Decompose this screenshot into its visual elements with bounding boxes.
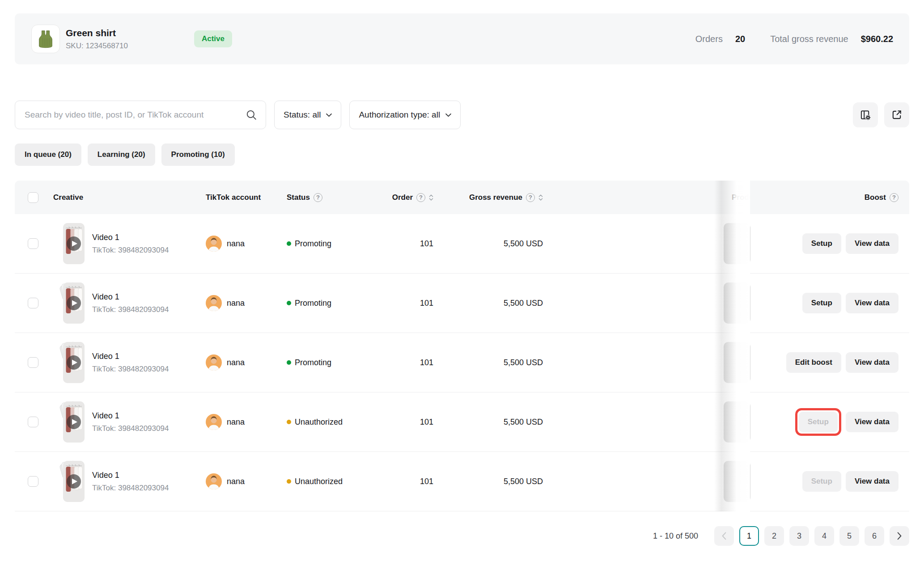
cell-order: 101	[377, 214, 438, 273]
video-tiktok-id: TikTok: 398482093094	[92, 305, 169, 314]
next-page-button[interactable]	[890, 526, 909, 546]
page-button-2[interactable]: 2	[764, 526, 784, 546]
status-dot	[287, 479, 291, 484]
setup-button[interactable]: Setup	[802, 233, 841, 254]
cell-gross-revenue: 5,500 USD	[438, 214, 547, 273]
account-avatar	[206, 236, 222, 252]
previous-page-button	[714, 526, 734, 546]
orders-stat: Orders 20	[695, 34, 745, 44]
edit-boost-button[interactable]: Edit boost	[786, 352, 841, 373]
cell-tiktok-account: nana	[206, 392, 287, 451]
cell-select	[15, 274, 53, 333]
sort-icon	[538, 194, 543, 202]
cell-status: Unauthorized	[287, 392, 377, 451]
status-label: Promoting	[295, 358, 331, 367]
row-checkbox[interactable]	[28, 357, 38, 368]
tab-in-queue[interactable]: In queue (20)	[15, 143, 81, 166]
play-icon	[66, 355, 81, 370]
video-text: Video 1 TikTok: 398482093094	[92, 352, 169, 374]
tab-learning[interactable]: Learning (20)	[88, 143, 155, 166]
view-data-button[interactable]: View data	[846, 233, 899, 254]
table-body: Video 1 TikTok: 398482093094 nana Promot…	[15, 214, 909, 511]
account-name: nana	[227, 477, 245, 486]
video-thumbnail-stack	[63, 282, 85, 324]
table-row: Video 1 TikTok: 398482093094 nana Promot…	[15, 214, 909, 274]
gross-revenue-value: $960.22	[861, 34, 893, 44]
cell-gross-revenue: 5,500 USD	[438, 274, 547, 333]
play-icon	[66, 295, 81, 311]
video-thumbnail[interactable]	[63, 461, 85, 502]
page-button-6[interactable]: 6	[865, 526, 884, 546]
video-thumbnail[interactable]	[63, 401, 85, 443]
column-label-creative: Creative	[53, 193, 83, 202]
cell-select	[15, 392, 53, 451]
cell-creative: Video 1 TikTok: 398482093094	[53, 333, 206, 392]
play-icon	[66, 414, 81, 430]
page-button-4[interactable]: 4	[814, 526, 834, 546]
cell-order: 101	[377, 333, 438, 392]
status-dot	[287, 241, 291, 246]
page-button-3[interactable]: 3	[789, 526, 809, 546]
video-text: Video 1 TikTok: 398482093094	[92, 411, 169, 433]
select-all-checkbox[interactable]	[28, 192, 38, 203]
page-button-5[interactable]: 5	[839, 526, 859, 546]
cell-order: 101	[377, 274, 438, 333]
search-input[interactable]	[15, 101, 266, 129]
header-cell-select	[15, 181, 53, 214]
chevron-left-icon	[721, 532, 727, 540]
view-data-button[interactable]: View data	[846, 412, 899, 432]
video-thumbnail[interactable]	[63, 282, 85, 324]
cell-tiktok-account: nana	[206, 214, 287, 273]
status-dot	[287, 420, 291, 424]
product-title: Green shirt	[66, 28, 128, 38]
table-row: Video 1 TikTok: 398482093094 nana Unauth…	[15, 392, 909, 452]
cell-tiktok-account: nana	[206, 452, 287, 511]
video-thumbnail[interactable]	[63, 342, 85, 383]
help-icon[interactable]	[314, 193, 322, 202]
view-data-button[interactable]: View data	[846, 471, 899, 492]
sort-icon	[429, 194, 433, 202]
column-label-order: Order	[392, 193, 413, 202]
cell-boost-actions: SetupView data	[750, 452, 909, 511]
row-checkbox[interactable]	[28, 238, 38, 249]
help-icon[interactable]	[890, 193, 899, 202]
view-data-button[interactable]: View data	[846, 352, 899, 373]
status-filter-dropdown[interactable]: Status: all	[274, 101, 341, 129]
view-data-button[interactable]: View data	[846, 293, 899, 313]
page-button-1[interactable]: 1	[739, 526, 759, 546]
video-text: Video 1 TikTok: 398482093094	[92, 292, 169, 314]
play-icon	[66, 236, 81, 251]
cell-status: Promoting	[287, 333, 377, 392]
green-tank-top-icon	[35, 29, 56, 49]
help-icon[interactable]	[416, 193, 425, 202]
cell-gross-revenue: 5,500 USD	[438, 452, 547, 511]
pinned-boost-column-header: Boost	[750, 181, 909, 214]
product-thumbnail-faded	[724, 282, 750, 324]
row-checkbox[interactable]	[28, 476, 38, 487]
search-icon[interactable]	[246, 109, 257, 121]
column-settings-button[interactable]	[853, 102, 878, 127]
cell-order: 101	[377, 392, 438, 451]
video-thumbnail-stack	[63, 342, 85, 383]
video-tiktok-id: TikTok: 398482093094	[92, 365, 169, 374]
tab-promoting[interactable]: Promoting (10)	[161, 143, 235, 166]
help-icon[interactable]	[526, 193, 535, 202]
header-cell-status: Status	[287, 181, 377, 214]
authorization-filter-dropdown[interactable]: Authorization type: all	[349, 101, 461, 129]
row-checkbox[interactable]	[28, 298, 38, 308]
chevron-down-icon	[445, 113, 451, 117]
table-row: Video 1 TikTok: 398482093094 nana Unauth…	[15, 452, 909, 511]
export-button[interactable]	[884, 102, 909, 127]
row-checkbox[interactable]	[28, 417, 38, 427]
video-thumbnail[interactable]	[63, 223, 85, 264]
chevron-down-icon	[326, 113, 332, 117]
cell-select	[15, 452, 53, 511]
page: Green shirt SKU: 1234568710 Active Order…	[0, 0, 924, 546]
product-thumbnail-faded	[724, 401, 750, 443]
setup-button[interactable]: Setup	[802, 293, 841, 313]
cell-boost-actions: SetupView data	[750, 214, 909, 273]
pagination: 1 - 10 of 500 123456	[15, 526, 909, 546]
product-stats: Orders 20 Total gross revenue $960.22	[695, 34, 893, 44]
cell-order: 101	[377, 452, 438, 511]
video-tiktok-id: TikTok: 398482093094	[92, 484, 169, 493]
